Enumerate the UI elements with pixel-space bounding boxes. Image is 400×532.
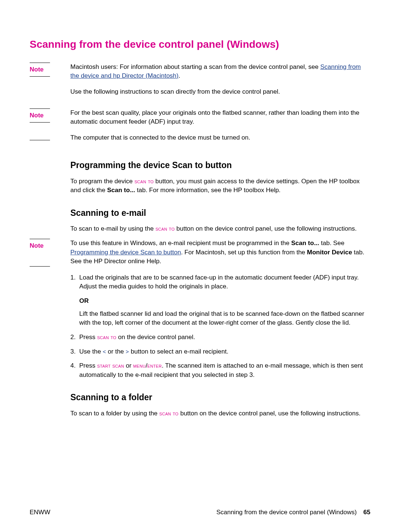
note-rule: [30, 140, 50, 140]
spacer: [30, 87, 70, 102]
heading-scan-folder: Scanning to a folder: [70, 391, 370, 404]
page-footer: ENWW Scanning from the device control pa…: [30, 508, 370, 517]
section2-para: To scan to e-mail by using the scan to b…: [70, 224, 370, 234]
section-scan-folder: Scanning to a folder To scan to a folder…: [70, 391, 370, 418]
start-scan-button-ref: start scan: [97, 362, 124, 369]
note-label: Note: [30, 65, 70, 74]
note-content: To use this feature in Windows, an e-mai…: [70, 239, 370, 267]
section-scan-email: Scanning to e-mail To scan to e-mail by …: [70, 207, 370, 234]
footer-right: Scanning from the device control panel (…: [216, 508, 370, 517]
page-content: Scanning from the device control panel (…: [0, 0, 400, 438]
footer-section-title: Scanning from the device control panel (…: [216, 508, 357, 517]
section1-para: To program the device scan to button, yo…: [70, 177, 370, 195]
enter-button-ref: enter: [147, 362, 162, 369]
menu-button-ref: menu: [133, 362, 146, 369]
body-row: Use the following instructions to scan d…: [30, 87, 370, 102]
note-block-2: Note For the best scan quality, place yo…: [30, 108, 370, 127]
section3-para: To scan to a folder by using the scan to…: [70, 409, 370, 418]
note-text-after: .: [179, 72, 180, 79]
step-or: OR: [79, 297, 370, 306]
section-programming: Programming the device Scan to button To…: [70, 159, 370, 195]
after-note2-para: The computer that is connected to the de…: [70, 133, 370, 143]
note-label: Note: [30, 111, 70, 120]
step-1b: Lift the flatbed scanner lid and load th…: [79, 310, 370, 328]
step-3: Use the < or the > button to select an e…: [70, 347, 370, 357]
greater-than-button-ref: >: [126, 348, 129, 355]
note-label: Note: [30, 241, 70, 251]
note-content: For the best scan quality, place your or…: [70, 108, 370, 127]
note-rule: [30, 266, 50, 267]
note-block-3: Note To use this feature in Windows, an …: [30, 239, 370, 267]
scan-to-button-ref: scan to: [156, 225, 175, 232]
heading-scan-email: Scanning to e-mail: [70, 207, 370, 219]
scan-to-button-ref: scan to: [134, 178, 154, 184]
note-block-1: Note Macintosh users: For information ab…: [30, 63, 370, 81]
note-rule: [30, 63, 50, 63]
scan-to-button-ref: scan to: [159, 410, 179, 416]
heading-programming: Programming the device Scan to button: [70, 159, 370, 171]
step-4: Press start scan or menu/enter. The scan…: [70, 361, 370, 379]
link-programming-scan-to[interactable]: Programming the device Scan to button: [70, 249, 181, 256]
intro-paragraph: Use the following instructions to scan d…: [70, 87, 370, 97]
page-number: 65: [363, 508, 370, 517]
page-title: Scanning from the device control panel (…: [30, 37, 370, 52]
note-rule: [30, 108, 50, 109]
note-rule: [30, 122, 50, 123]
body-row: The computer that is connected to the de…: [30, 133, 370, 148]
note-label-col: Note: [30, 108, 70, 127]
note-text: Macintosh users: For information about s…: [70, 63, 320, 70]
step-2: Press scan to on the device control pane…: [70, 333, 370, 342]
scan-to-button-ref: scan to: [97, 334, 116, 340]
footer-left: ENWW: [30, 508, 50, 517]
note-content: Macintosh users: For information about s…: [70, 63, 370, 81]
spacer: [30, 133, 70, 148]
note-label-col: Note: [30, 63, 70, 81]
step-1: Load the originals that are to be scanne…: [70, 273, 370, 328]
note-label-col: Note: [30, 239, 70, 267]
note-rule: [30, 239, 50, 239]
steps-list: Load the originals that are to be scanne…: [70, 273, 370, 380]
note-rule: [30, 76, 50, 77]
step-1a: Load the originals that are to be scanne…: [79, 273, 370, 291]
